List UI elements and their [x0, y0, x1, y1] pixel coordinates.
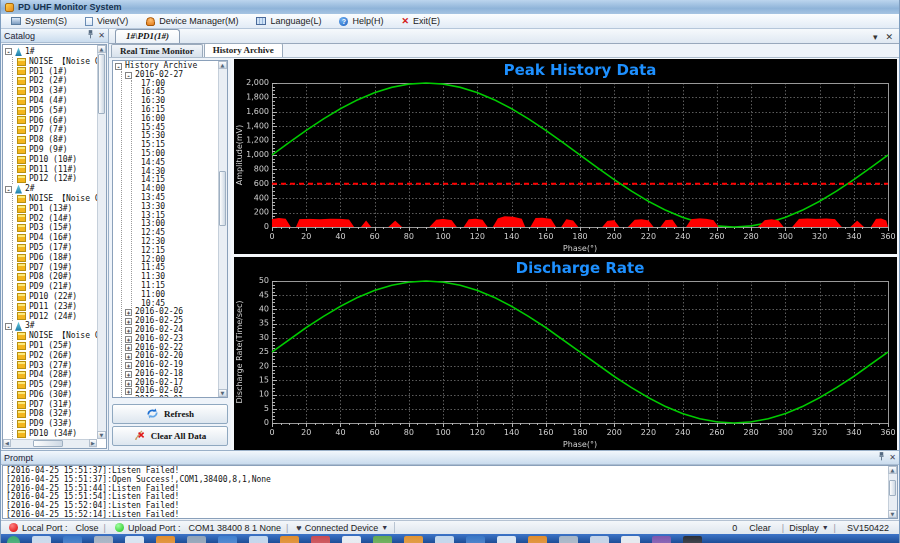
taskbar-app-icon[interactable]	[404, 536, 423, 543]
refresh-button[interactable]: Refresh	[112, 404, 228, 424]
tab-real-time-monitor[interactable]: Real Time Monitor	[111, 44, 203, 57]
scroll-down-icon[interactable]: ▼	[218, 389, 227, 397]
catalog-item[interactable]: PD10 (34#)	[17, 429, 97, 439]
catalog-vscrollbar[interactable]: ▲ ▼	[97, 45, 106, 439]
taskbar-app-icon[interactable]	[528, 536, 547, 543]
catalog-item[interactable]: PD3 (15#)	[17, 223, 97, 233]
catalog-item[interactable]: PD11 (23#)	[17, 302, 97, 312]
scroll-right-icon[interactable]: ▶	[89, 439, 97, 447]
taskbar-app-icon[interactable]	[342, 536, 361, 543]
catalog-group[interactable]: -2#	[5, 184, 97, 194]
catalog-item[interactable]: PD7 (31#)	[17, 400, 97, 410]
scroll-thumb[interactable]	[219, 171, 226, 226]
taskbar-app-icon[interactable]	[497, 536, 516, 543]
tab-history-archive[interactable]: History Archive	[204, 43, 283, 57]
display-dropdown[interactable]: Display	[789, 523, 819, 533]
taskbar-app-icon[interactable]	[249, 536, 268, 543]
catalog-item[interactable]: PD2 (26#)	[17, 351, 97, 361]
catalog-item[interactable]: PD3 (27#)	[17, 361, 97, 371]
catalog-item[interactable]: PD5 (29#)	[17, 380, 97, 390]
catalog-item[interactable]: PD1 (13#)	[17, 204, 97, 214]
taskbar-app-icon[interactable]	[559, 536, 578, 543]
catalog-item[interactable]: PD6 (18#)	[17, 253, 97, 263]
catalog-item[interactable]: PD7 (7#)	[17, 125, 97, 135]
catalog-item[interactable]: NOISE 【Noise C	[17, 57, 97, 67]
clear-button[interactable]: Clear	[743, 523, 777, 533]
taskbar-app-icon[interactable]	[590, 536, 609, 543]
taskbar-app-icon[interactable]	[652, 536, 671, 543]
catalog-item[interactable]: PD2 (14#)	[17, 214, 97, 224]
menu-language[interactable]: Language(L)	[256, 16, 321, 26]
catalog-group[interactable]: -3#	[5, 321, 97, 331]
scroll-thumb[interactable]	[889, 480, 896, 496]
scroll-up-icon[interactable]: ▲	[97, 45, 106, 53]
menu-help[interactable]: ?Help(H)	[339, 16, 383, 26]
taskbar-app-icon[interactable]	[435, 536, 454, 543]
catalog-hscrollbar[interactable]: ◀ ▶	[3, 439, 97, 448]
catalog-item[interactable]: PD8 (32#)	[17, 409, 97, 419]
menu-view[interactable]: View(V)	[85, 16, 128, 26]
catalog-item[interactable]: PD7 (19#)	[17, 263, 97, 273]
catalog-item[interactable]: PD10 (10#)	[17, 155, 97, 165]
catalog-item[interactable]: NOISE 【Noise C	[17, 194, 97, 204]
clear-all-data-button[interactable]: Clear All Data	[112, 426, 228, 446]
catalog-item[interactable]: PD4 (16#)	[17, 233, 97, 243]
pin-icon[interactable]	[878, 452, 885, 463]
scroll-thumb[interactable]	[33, 440, 63, 447]
scroll-left-icon[interactable]: ◀	[3, 439, 11, 447]
catalog-item[interactable]: PD5 (17#)	[17, 243, 97, 253]
chevron-down-icon[interactable]: ▼	[381, 524, 388, 531]
pin-icon[interactable]	[87, 30, 94, 41]
catalog-item[interactable]: PD9 (21#)	[17, 282, 97, 292]
catalog-item[interactable]: PD4 (28#)	[17, 370, 97, 380]
scroll-thumb[interactable]	[98, 54, 105, 114]
catalog-item[interactable]: PD4 (4#)	[17, 96, 97, 106]
catalog-group[interactable]: -1#	[5, 47, 97, 57]
menu-system[interactable]: System(S)	[11, 16, 67, 26]
history-date-collapsed[interactable]: +2016-02-01	[125, 396, 218, 397]
taskbar-app-icon[interactable]	[125, 536, 144, 543]
catalog-item[interactable]: NOISE 【Noise C	[17, 331, 97, 341]
tab-pd1[interactable]: 1#\PD1(1#)	[115, 29, 180, 43]
catalog-item[interactable]: PD8 (20#)	[17, 272, 97, 282]
history-vscrollbar[interactable]: ▲ ▼	[218, 61, 227, 397]
catalog-item[interactable]: PD1 (1#)	[17, 67, 97, 77]
catalog-item[interactable]: PD10 (22#)	[17, 292, 97, 302]
catalog-item[interactable]: PD5 (5#)	[17, 106, 97, 116]
catalog-item[interactable]: PD9 (33#)	[17, 419, 97, 429]
chevron-down-icon[interactable]: ▼	[822, 524, 829, 531]
taskbar-app-icon[interactable]	[187, 536, 206, 543]
catalog-item[interactable]: PD6 (30#)	[17, 390, 97, 400]
windows-taskbar[interactable]	[1, 534, 899, 543]
scroll-down-icon[interactable]: ▼	[97, 431, 106, 439]
taskbar-app-icon[interactable]	[7, 536, 20, 543]
taskbar-app-icon[interactable]	[466, 536, 485, 543]
close-icon[interactable]: ✕	[98, 32, 105, 40]
history-date-expanded[interactable]: -2016-02-27	[125, 71, 218, 80]
tab-list-chevron-icon[interactable]: ▾	[873, 31, 878, 43]
connected-device-label[interactable]: Connected Device	[305, 523, 379, 533]
tab-close-icon[interactable]: ✕	[885, 31, 893, 43]
catalog-item[interactable]: PD11 (11#)	[17, 165, 97, 175]
taskbar-app-icon[interactable]	[32, 536, 51, 543]
menu-device-manager[interactable]: Device Manager(M)	[146, 16, 238, 26]
taskbar-app-icon[interactable]	[311, 536, 330, 543]
catalog-item[interactable]: PD8 (8#)	[17, 135, 97, 145]
prompt-vscrollbar[interactable]: ▲ ▼	[888, 466, 897, 518]
catalog-item[interactable]: PD2 (2#)	[17, 76, 97, 86]
taskbar-app-icon[interactable]	[373, 536, 392, 543]
scroll-up-icon[interactable]: ▲	[888, 466, 897, 474]
taskbar-app-icon[interactable]	[156, 536, 175, 543]
scroll-down-icon[interactable]: ▼	[888, 510, 897, 518]
catalog-item[interactable]: PD6 (6#)	[17, 116, 97, 126]
taskbar-app-icon[interactable]	[63, 536, 82, 543]
catalog-item[interactable]: PD3 (3#)	[17, 86, 97, 96]
scroll-up-icon[interactable]: ▲	[218, 61, 227, 69]
taskbar-app-icon[interactable]	[621, 536, 640, 543]
catalog-item[interactable]: PD12 (24#)	[17, 312, 97, 322]
catalog-item[interactable]: PD9 (9#)	[17, 145, 97, 155]
catalog-item[interactable]: PD1 (25#)	[17, 341, 97, 351]
close-icon[interactable]: ✕	[889, 454, 896, 462]
catalog-item[interactable]: PD12 (12#)	[17, 174, 97, 184]
taskbar-app-icon[interactable]	[218, 536, 237, 543]
